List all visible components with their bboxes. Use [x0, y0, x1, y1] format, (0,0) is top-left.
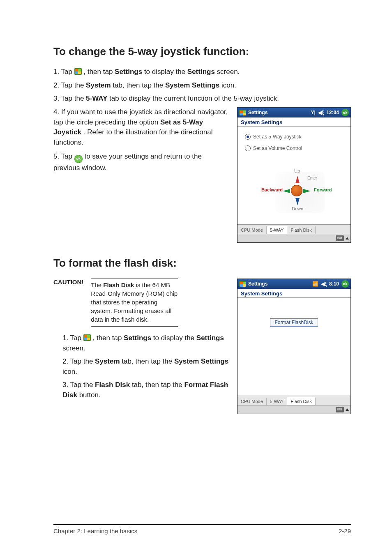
text: tab, then tap the [122, 357, 174, 365]
text-bold: Settings [187, 68, 215, 76]
wm-titlebar: Settings Y| ◀ξ 12:04 ok [238, 108, 350, 117]
keyboard-icon[interactable]: ⌨ [336, 407, 344, 412]
text-bold: System Settings [174, 357, 228, 365]
label-enter: Enter [307, 176, 317, 180]
footer-page-number: 2-29 [339, 527, 351, 534]
wm-tabs: CPU Mode 5-WAY Flash Disk [238, 396, 350, 405]
text: to display the [153, 334, 196, 342]
text: tab, then tap the [132, 381, 184, 389]
fmt-step-3: 3. Tap the Flash Disk tab, then tap the … [62, 380, 229, 400]
text: screen. [62, 344, 85, 352]
step-5: 5. Tap ok to save your settings and retu… [53, 152, 229, 173]
label-forward: Forward [314, 187, 332, 192]
wm-clock: 8:10 [329, 281, 339, 287]
wm-bottombar: ⌨ [238, 234, 350, 242]
heading-format-flash: To format the flash disk: [53, 257, 351, 269]
heading-joystick: To change the 5-way joystick function: [53, 45, 351, 58]
joystick-hub-icon [291, 185, 302, 196]
text: , then tap [92, 334, 124, 342]
radio-volume[interactable]: Set as Volume Control [245, 145, 346, 151]
text: 3. Tap the [53, 94, 86, 102]
page-footer: Chapter 2: Learning the basics 2-29 [53, 524, 351, 534]
radio-5way[interactable]: Set as 5-Way Joystick [245, 134, 346, 140]
tab-cpu-mode[interactable]: CPU Mode [238, 398, 267, 405]
text: 1. Tap [53, 68, 74, 76]
wm-title: Settings [248, 110, 309, 115]
text-bold: Flash Disk [95, 381, 130, 389]
text: tab to display the current function of t… [109, 94, 279, 102]
up-caret-icon[interactable] [346, 237, 349, 240]
start-icon [83, 334, 91, 341]
text: 2. Tap the [53, 81, 86, 89]
radio-label: Set as Volume Control [253, 145, 302, 151]
tab-flash-disk[interactable]: Flash Disk [287, 226, 315, 234]
tab-flash-disk[interactable]: Flash Disk [287, 397, 315, 405]
label-up: Up [294, 168, 300, 173]
text: screen. [217, 68, 240, 76]
start-icon [74, 68, 82, 75]
text: 3. Tap the [62, 381, 95, 389]
keyboard-icon[interactable]: ⌨ [336, 235, 344, 241]
text-bold: Settings [124, 334, 151, 342]
arrow-down-icon [295, 198, 300, 205]
fmt-step-1: 1. Tap , then tap Settings to display th… [62, 333, 229, 353]
arrow-up-icon [295, 176, 300, 183]
up-caret-icon[interactable] [346, 408, 349, 411]
fmt-step-2: 2. Tap the System tab, then tap the Syst… [62, 357, 229, 377]
format-flashdisk-button[interactable]: Format FlashDisk [270, 318, 318, 327]
signal-icon: 📶 [312, 281, 318, 287]
arrow-right-icon [303, 189, 311, 193]
wm-title: Settings [248, 281, 310, 287]
text: icon. [221, 81, 236, 89]
signal-icon: Y| [311, 110, 316, 115]
text-bold: System Settings [165, 81, 219, 89]
screenshot-5way: Settings Y| ◀ξ 12:04 ok System Settings … [237, 107, 351, 243]
caution-box: CAUTION! The Flash Disk is the 64 MB Rea… [53, 279, 229, 327]
tab-5way[interactable]: 5-WAY [267, 398, 288, 405]
text: The [91, 281, 103, 288]
text: button. [79, 391, 101, 399]
ok-button[interactable]: ok [341, 280, 349, 288]
text-bold: Settings [196, 334, 224, 342]
wm-titlebar: Settings 📶 ◀ξ 8:10 ok [238, 279, 350, 289]
joystick-diagram: Up Enter Backward Forward Down [259, 164, 333, 221]
step-1: 1. Tap , then tap Settings to display th… [53, 67, 351, 77]
text-bold: System [86, 81, 111, 89]
text-bold: Flash Disk [103, 281, 134, 288]
arrow-left-icon [283, 189, 290, 193]
caution-label: CAUTION! [53, 279, 83, 327]
wm-tabs: CPU Mode 5-WAY Flash Disk [238, 224, 350, 234]
footer-chapter: Chapter 2: Learning the basics [53, 527, 137, 534]
step-3: 3. Tap the 5-WAY tab to display the curr… [53, 94, 351, 104]
tab-cpu-mode[interactable]: CPU Mode [238, 226, 267, 234]
label-down: Down [292, 206, 303, 211]
wm-header: System Settings [238, 117, 350, 127]
wm-header: System Settings [238, 289, 350, 298]
text: , then tap [83, 68, 115, 76]
text: icon. [62, 368, 77, 375]
radio-dot-selected[interactable] [245, 134, 251, 140]
text: 1. Tap [62, 334, 83, 342]
wm-clock: 12:04 [326, 110, 339, 115]
start-icon[interactable] [239, 110, 246, 115]
speaker-icon: ◀ξ [321, 281, 327, 287]
speaker-icon: ◀ξ [318, 110, 324, 115]
tab-5way[interactable]: 5-WAY [267, 226, 288, 234]
text: 2. Tap the [62, 357, 95, 365]
radio-dot[interactable] [245, 145, 251, 151]
text: 5. Tap [53, 152, 74, 160]
text-bold: 5-WAY [86, 94, 107, 102]
ok-icon: ok [74, 155, 83, 163]
step-4: 4. If you want to use the joystick as di… [53, 107, 229, 148]
start-icon[interactable] [239, 281, 246, 287]
radio-label: Set as 5-Way Joystick [253, 134, 302, 140]
step-2: 2. Tap the System tab, then tap the Syst… [53, 81, 351, 91]
caution-text: The Flash Disk is the 64 MB Read-Only Me… [91, 279, 178, 327]
label-backward: Backward [261, 187, 283, 192]
text: to display the [144, 68, 187, 76]
screenshot-flashdisk: Settings 📶 ◀ξ 8:10 ok System Settings Fo… [237, 279, 351, 414]
ok-button[interactable]: ok [341, 109, 349, 116]
text-bold: Settings [115, 68, 142, 76]
text: tab, then tap the [113, 81, 165, 89]
wm-bottombar: ⌨ [238, 405, 350, 414]
